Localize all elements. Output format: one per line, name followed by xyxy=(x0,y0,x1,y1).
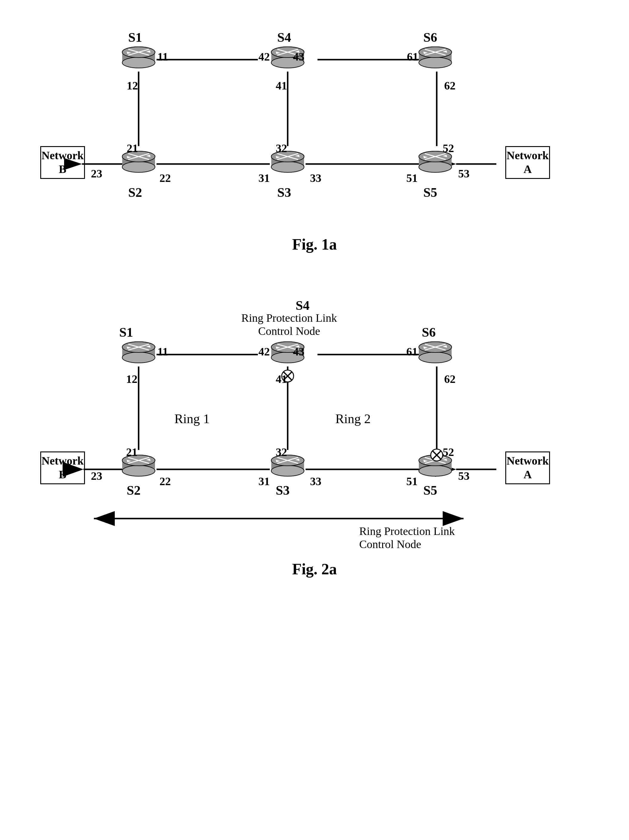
port-22-2a: 22 xyxy=(159,475,171,488)
label-s6-2a: S6 xyxy=(422,325,435,340)
router-s6-2a xyxy=(417,341,453,365)
router-s3 xyxy=(270,151,306,174)
ring1-label: Ring 1 xyxy=(174,411,210,426)
port-51: 51 xyxy=(406,172,418,185)
blocked-port-s5 xyxy=(430,448,443,462)
port-33: 33 xyxy=(310,172,322,185)
label-s3-2a: S3 xyxy=(276,483,290,498)
page: S1 S4 xyxy=(0,0,629,840)
network-b-box-1a: NetworkB xyxy=(40,146,85,179)
figure-1a: S1 S4 xyxy=(31,18,598,271)
label-s4: S4 xyxy=(277,30,291,45)
port-21: 21 xyxy=(127,142,138,155)
connections-1a xyxy=(31,18,598,227)
port-41: 41 xyxy=(276,79,287,92)
svg-point-15 xyxy=(122,57,155,68)
router-s6 xyxy=(417,46,453,70)
port-61-2a: 61 xyxy=(406,345,418,358)
router-s2 xyxy=(121,151,156,174)
port-23-2a: 23 xyxy=(91,469,102,483)
port-11: 11 xyxy=(158,50,168,63)
router-s1-2a xyxy=(121,341,156,365)
rplcn-top: Ring Protection LinkControl Node xyxy=(240,311,338,338)
port-21-2a: 21 xyxy=(126,445,137,459)
svg-point-31 xyxy=(419,57,452,68)
port-11-2a: 11 xyxy=(158,345,168,358)
port-41-2a: 41 xyxy=(276,373,287,385)
svg-point-39 xyxy=(122,162,155,172)
label-s6: S6 xyxy=(423,30,437,45)
port-22: 22 xyxy=(159,172,171,185)
svg-point-120 xyxy=(419,466,452,476)
label-s2-2a: S2 xyxy=(127,483,140,498)
rplcn-bottom: Ring Protection LinkControl Node xyxy=(359,524,473,551)
diagram-1a: S1 S4 xyxy=(31,18,598,227)
label-s5-2a: S5 xyxy=(423,483,437,498)
svg-point-104 xyxy=(122,466,155,476)
port-51-2a: 51 xyxy=(406,475,418,488)
port-42-2a: 42 xyxy=(259,345,270,358)
port-31-2a: 31 xyxy=(259,475,270,488)
network-a-box-1a: NetworkA xyxy=(505,146,550,179)
port-53: 53 xyxy=(458,167,470,180)
svg-point-55 xyxy=(419,162,452,172)
port-33-2a: 33 xyxy=(310,475,322,488)
svg-point-96 xyxy=(419,352,452,363)
port-23: 23 xyxy=(91,167,102,180)
port-31: 31 xyxy=(259,172,270,185)
label-s2: S2 xyxy=(128,185,142,200)
port-42: 42 xyxy=(259,50,270,63)
port-12-2a: 12 xyxy=(126,373,137,385)
diagram-2a: S4 Ring Protection LinkControl Node S1 xyxy=(31,283,598,551)
label-s4-2a: S4 xyxy=(273,298,333,313)
svg-point-77 xyxy=(122,352,155,363)
network-a-box-2a: NetworkA xyxy=(505,452,550,484)
port-43: 43 xyxy=(293,50,304,63)
port-32: 32 xyxy=(276,142,287,155)
caption-1a: Fig. 1a xyxy=(31,235,598,253)
port-43-2a: 43 xyxy=(293,345,304,358)
port-12: 12 xyxy=(127,79,138,92)
port-61: 61 xyxy=(407,50,418,63)
label-s1: S1 xyxy=(128,30,142,45)
port-62-2a: 62 xyxy=(444,373,456,385)
ring2-label: Ring 2 xyxy=(335,411,371,426)
port-62: 62 xyxy=(444,79,456,92)
caption-2a: Fig. 2a xyxy=(31,560,598,578)
svg-point-112 xyxy=(271,466,304,476)
port-32-2a: 32 xyxy=(276,445,287,459)
port-53-2a: 53 xyxy=(458,469,470,483)
router-s1 xyxy=(121,46,156,70)
port-52: 52 xyxy=(443,142,454,155)
port-52-2a: 52 xyxy=(443,445,454,459)
figure-2a: S4 Ring Protection LinkControl Node S1 xyxy=(31,283,598,596)
router-s3-2a xyxy=(270,455,306,478)
label-s1-2a: S1 xyxy=(119,325,133,340)
network-b-box-2a: NetworkB xyxy=(40,452,85,484)
svg-point-47 xyxy=(271,162,304,172)
label-s5: S5 xyxy=(423,185,437,200)
label-s3: S3 xyxy=(277,185,291,200)
